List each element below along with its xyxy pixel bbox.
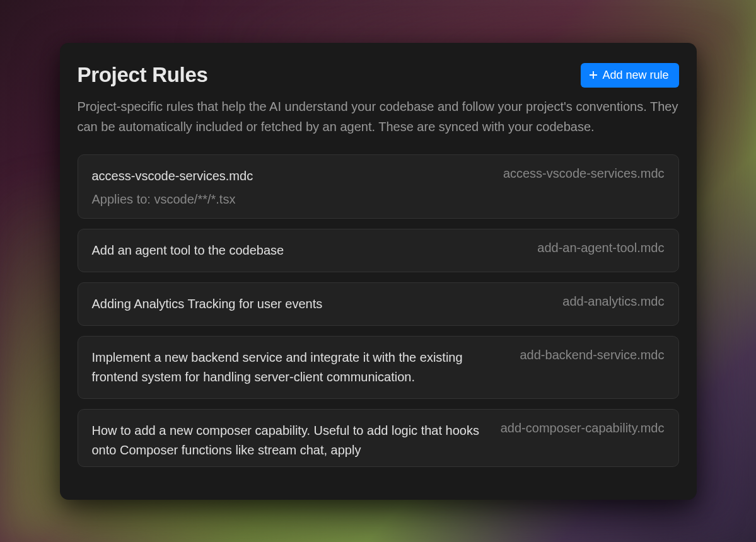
add-new-rule-button[interactable]: Add new rule <box>581 63 678 88</box>
rules-list: access-vscode-services.mdc access-vscode… <box>78 154 679 486</box>
rule-title: How to add a new composer capability. Us… <box>92 421 486 460</box>
add-button-label: Add new rule <box>602 69 668 82</box>
panel-description: Project-specific rules that help the AI … <box>78 96 679 137</box>
rule-title: Add an agent tool to the codebase <box>92 241 523 260</box>
rule-filename: add-an-agent-tool.mdc <box>537 241 664 255</box>
rule-filename: add-composer-capability.mdc <box>501 421 665 435</box>
rule-applies-to: Applies to: vscode/**/*.tsx <box>92 192 665 207</box>
panel-header: Project Rules Add new rule <box>78 63 679 88</box>
rule-row: Add an agent tool to the codebase add-an… <box>92 241 665 260</box>
rule-row: access-vscode-services.mdc access-vscode… <box>92 166 665 186</box>
plus-icon <box>588 70 598 80</box>
rule-card[interactable]: How to add a new composer capability. Us… <box>78 409 679 467</box>
rule-title: access-vscode-services.mdc <box>92 166 488 186</box>
rule-card[interactable]: Add an agent tool to the codebase add-an… <box>78 229 679 272</box>
page-title: Project Rules <box>78 63 208 87</box>
rule-row: How to add a new composer capability. Us… <box>92 421 665 460</box>
rule-row: Implement a new backend service and inte… <box>92 348 665 387</box>
rule-title: Implement a new backend service and inte… <box>92 348 505 387</box>
rule-card[interactable]: Implement a new backend service and inte… <box>78 336 679 399</box>
rule-row: Adding Analytics Tracking for user event… <box>92 294 665 314</box>
rule-title: Adding Analytics Tracking for user event… <box>92 294 548 314</box>
rule-filename: add-backend-service.mdc <box>520 348 665 362</box>
rule-card[interactable]: Adding Analytics Tracking for user event… <box>78 282 679 326</box>
rule-card[interactable]: access-vscode-services.mdc access-vscode… <box>78 154 679 219</box>
project-rules-panel: Project Rules Add new rule Project-speci… <box>60 43 697 500</box>
rule-filename: add-analytics.mdc <box>562 294 664 309</box>
rule-filename: access-vscode-services.mdc <box>503 166 665 181</box>
